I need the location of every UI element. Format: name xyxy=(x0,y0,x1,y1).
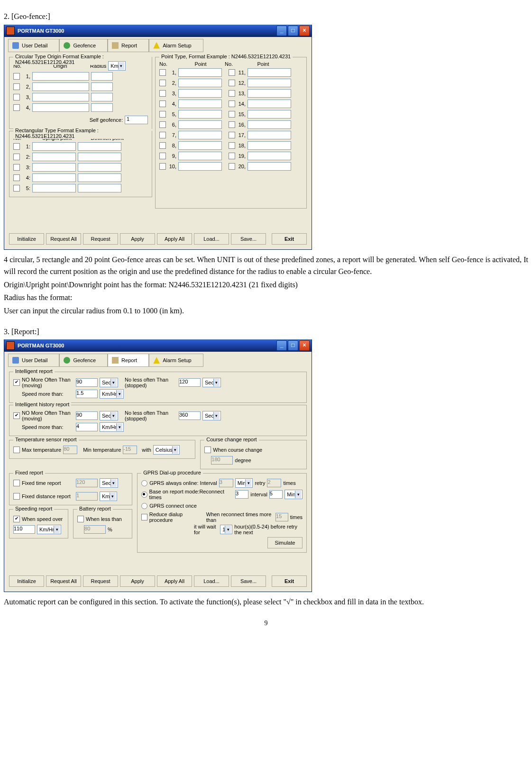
radius-input[interactable] xyxy=(91,82,113,91)
reduce-times-input[interactable]: 15 xyxy=(275,513,288,521)
hist-moving-unit[interactable]: Sec xyxy=(100,411,118,420)
gprs-once-radio[interactable] xyxy=(141,503,147,509)
rect-checkbox[interactable] xyxy=(13,164,20,171)
radius-unit-select[interactable]: Km xyxy=(108,61,126,71)
reduce-dialup-checkbox[interactable] xyxy=(141,514,147,520)
hist-stopped-unit[interactable]: Sec xyxy=(202,411,221,420)
close-button[interactable]: × xyxy=(299,340,310,351)
apply-button[interactable]: Apply xyxy=(120,233,155,245)
simulate-button[interactable]: Simulate xyxy=(267,537,303,548)
close-button[interactable]: × xyxy=(299,26,310,36)
minimize-button[interactable]: _ xyxy=(276,340,287,351)
upright-input[interactable] xyxy=(32,163,76,172)
intel-moving-unit[interactable]: Sec xyxy=(100,378,118,387)
gprs-base-interval-unit[interactable]: Min xyxy=(284,490,303,499)
rect-checkbox[interactable] xyxy=(13,154,20,160)
point-input[interactable] xyxy=(248,68,291,77)
point-input[interactable] xyxy=(248,100,291,108)
tab-geofence[interactable]: Geofence xyxy=(59,39,108,52)
request-all-button[interactable]: Request All xyxy=(46,575,81,587)
hist-stopped-input[interactable]: 360 xyxy=(179,411,201,420)
hist-moving-input[interactable]: 90 xyxy=(76,411,98,420)
min-temp-input[interactable]: -15 xyxy=(123,446,137,454)
gprs-interval-input[interactable]: 3 xyxy=(219,479,233,487)
point-checkbox[interactable] xyxy=(159,100,166,107)
rect-checkbox[interactable] xyxy=(13,143,20,150)
tab-user-detail[interactable]: User Detail xyxy=(8,39,59,52)
point-checkbox[interactable] xyxy=(229,142,235,149)
battery-input[interactable]: 80 xyxy=(84,525,106,534)
exit-button[interactable]: Exit xyxy=(272,575,307,587)
course-checkbox[interactable] xyxy=(204,447,211,453)
point-input[interactable] xyxy=(178,152,222,160)
intel-stopped-input[interactable]: 120 xyxy=(179,378,201,387)
point-input[interactable] xyxy=(178,68,222,77)
apply-all-button[interactable]: Apply All xyxy=(157,233,192,245)
point-input[interactable] xyxy=(248,131,291,139)
point-input[interactable] xyxy=(248,162,291,171)
point-checkbox[interactable] xyxy=(159,111,166,118)
initialize-button[interactable]: Initialize xyxy=(9,575,44,587)
point-input[interactable] xyxy=(248,110,291,119)
radius-input[interactable] xyxy=(91,93,113,101)
circular-checkbox[interactable] xyxy=(13,83,20,90)
maximize-button[interactable]: □ xyxy=(288,340,298,351)
point-input[interactable] xyxy=(178,89,222,98)
radius-input[interactable] xyxy=(91,103,113,112)
exit-button[interactable]: Exit xyxy=(272,233,307,245)
circular-checkbox[interactable] xyxy=(13,104,20,111)
history-checkbox[interactable] xyxy=(13,412,20,419)
intel-speed-input[interactable]: 1.5 xyxy=(76,390,98,398)
apply-button[interactable]: Apply xyxy=(120,575,155,587)
radius-input[interactable] xyxy=(91,72,113,81)
point-input[interactable] xyxy=(248,141,291,150)
gprs-base-radio[interactable] xyxy=(141,492,147,498)
point-checkbox[interactable] xyxy=(229,132,235,138)
point-input[interactable] xyxy=(178,120,222,129)
origin-input[interactable] xyxy=(32,93,89,101)
point-input[interactable] xyxy=(178,79,222,87)
battery-checkbox[interactable] xyxy=(77,516,84,522)
temp-unit-select[interactable]: Celsius xyxy=(153,445,180,455)
gprs-always-radio[interactable] xyxy=(141,480,147,486)
point-input[interactable] xyxy=(248,120,291,129)
downleft-input[interactable] xyxy=(78,173,121,182)
point-checkbox[interactable] xyxy=(229,111,235,118)
point-input[interactable] xyxy=(248,89,291,98)
speeding-checkbox[interactable] xyxy=(13,516,20,522)
fixed-dist-input[interactable]: 1 xyxy=(76,492,98,501)
point-input[interactable] xyxy=(178,100,222,108)
temp-checkbox[interactable] xyxy=(13,447,20,453)
intel-speed-unit[interactable]: Km/Hr xyxy=(100,389,124,399)
reduce-hours-select[interactable]: 1 xyxy=(220,525,232,534)
tab-alarm[interactable]: Alarm Setup xyxy=(149,39,203,52)
downleft-input[interactable] xyxy=(78,142,121,151)
save-button[interactable]: Save... xyxy=(231,575,266,587)
intelligent-checkbox[interactable] xyxy=(13,379,20,386)
origin-input[interactable] xyxy=(32,103,89,112)
fixed-time-checkbox[interactable] xyxy=(13,480,20,486)
point-checkbox[interactable] xyxy=(229,69,235,76)
speeding-unit[interactable]: Km/Hr xyxy=(37,525,61,534)
point-input[interactable] xyxy=(178,110,222,119)
downleft-input[interactable] xyxy=(78,153,121,161)
upright-input[interactable] xyxy=(32,184,76,192)
origin-input[interactable] xyxy=(32,72,89,81)
gprs-base-interval-input[interactable]: 5 xyxy=(269,490,283,499)
point-checkbox[interactable] xyxy=(159,142,166,149)
point-checkbox[interactable] xyxy=(159,163,166,170)
apply-all-button[interactable]: Apply All xyxy=(157,575,192,587)
speeding-input[interactable]: 110 xyxy=(13,525,35,534)
self-geofence-input[interactable]: 1 xyxy=(125,116,148,124)
point-checkbox[interactable] xyxy=(229,121,235,128)
fixed-time-unit[interactable]: Sec xyxy=(100,478,118,488)
save-button[interactable]: Save... xyxy=(231,233,266,245)
load-button[interactable]: Load... xyxy=(194,575,229,587)
request-all-button[interactable]: Request All xyxy=(46,233,81,245)
gprs-reconnect-input[interactable]: 3 xyxy=(235,490,248,499)
downleft-input[interactable] xyxy=(78,163,121,172)
point-input[interactable] xyxy=(178,162,222,171)
request-button[interactable]: Request xyxy=(83,575,118,587)
fixed-time-input[interactable]: 120 xyxy=(76,479,98,487)
gprs-retry-input[interactable]: 2 xyxy=(267,479,281,487)
